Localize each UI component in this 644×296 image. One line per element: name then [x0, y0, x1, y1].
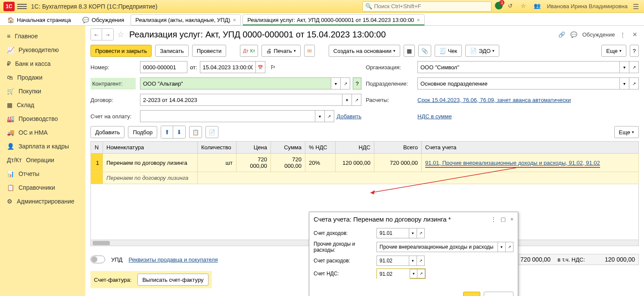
- col-nds-rate[interactable]: % НДС: [305, 142, 336, 154]
- dropdown-icon[interactable]: ▾: [331, 77, 341, 89]
- cell-nom[interactable]: Перенаем по договору лизинга: [103, 154, 198, 172]
- close-icon[interactable]: ×: [233, 17, 236, 23]
- open-icon[interactable]: ↗: [417, 228, 425, 238]
- cell-nom-sub[interactable]: Перенаем по договору лизинга: [103, 172, 198, 184]
- col-qty[interactable]: Количество: [198, 142, 236, 154]
- users-icon[interactable]: 👥: [534, 3, 541, 10]
- contragent-field[interactable]: [140, 77, 331, 89]
- post-button[interactable]: Провести: [192, 45, 227, 57]
- open-icon[interactable]: ↗: [629, 61, 639, 73]
- open-icon[interactable]: ↗: [417, 256, 425, 266]
- history-icon[interactable]: ↺: [508, 3, 516, 10]
- col-sum[interactable]: Сумма: [271, 142, 305, 154]
- sidebar-item[interactable]: 🏭Производство: [0, 112, 85, 126]
- more-icon[interactable]: ⋮: [491, 216, 496, 222]
- more-icon[interactable]: ⋮: [620, 31, 625, 38]
- dropdown-icon[interactable]: ▾: [409, 228, 417, 238]
- print-button[interactable]: 🖨Печать▾: [261, 45, 301, 57]
- settings-icon[interactable]: ☰: [633, 3, 641, 10]
- favorites-icon[interactable]: ☆: [521, 3, 529, 10]
- discussion-label[interactable]: Обсуждение: [582, 31, 615, 38]
- sidebar-item[interactable]: Дт/КтОперации: [0, 153, 85, 167]
- date-field[interactable]: [200, 61, 256, 73]
- col-n[interactable]: N: [91, 142, 103, 154]
- back-button[interactable]: ←: [91, 29, 102, 40]
- col-total[interactable]: Всего: [374, 142, 422, 154]
- open-icon[interactable]: ↗: [417, 269, 425, 278]
- dropdown-icon[interactable]: ▾: [410, 269, 417, 278]
- dropdown-icon[interactable]: ▾: [498, 242, 506, 252]
- link-icon[interactable]: 🔗: [558, 31, 565, 38]
- open-icon[interactable]: ↗: [325, 110, 334, 122]
- close-icon[interactable]: ×: [417, 17, 420, 23]
- dt-kt-button[interactable]: ДтКт: [240, 45, 258, 57]
- invoice-acc-field[interactable]: [140, 110, 315, 122]
- open-icon[interactable]: ↗: [629, 77, 639, 89]
- write-button[interactable]: Записать: [155, 45, 189, 57]
- cell-n[interactable]: 1: [91, 154, 103, 172]
- calendar-icon[interactable]: 📅: [256, 61, 265, 73]
- cell-total[interactable]: 720 000,00: [374, 154, 422, 172]
- chat-icon[interactable]: 💬: [570, 31, 577, 38]
- add-row-button[interactable]: Добавить: [90, 126, 124, 138]
- dropdown-icon[interactable]: ▾: [409, 256, 417, 266]
- dropdown-icon[interactable]: ▾: [342, 94, 352, 106]
- nds-link[interactable]: НДС в сумме: [417, 113, 452, 120]
- sidebar-item[interactable]: 🛒Покупки: [0, 84, 85, 98]
- cancel-button[interactable]: Отмена: [484, 292, 513, 296]
- col-price[interactable]: Цена: [236, 142, 271, 154]
- tab-discussions[interactable]: 💬Обсуждения: [78, 14, 129, 25]
- sidebar-item[interactable]: 🚚ОС и НМА: [0, 126, 85, 139]
- sidebar-item[interactable]: ▦Склад: [0, 98, 85, 112]
- global-search[interactable]: 🔍: [362, 1, 492, 12]
- col-nom[interactable]: Номенклатура: [103, 142, 198, 154]
- menu-icon[interactable]: [17, 4, 27, 9]
- user-name[interactable]: Иванова Ирина Владимировна: [547, 3, 628, 9]
- move-up-button[interactable]: ⬆: [161, 126, 173, 138]
- cell-accounts[interactable]: 91.01, Прочие внереализационные доходы и…: [422, 154, 639, 172]
- close-icon[interactable]: ×: [510, 216, 513, 222]
- dropdown-icon[interactable]: ▾: [620, 77, 629, 89]
- col-nds[interactable]: НДС: [336, 142, 374, 154]
- cell-nds-rate[interactable]: 20%: [305, 154, 336, 172]
- other-field[interactable]: [376, 242, 498, 252]
- dropdown-icon[interactable]: ▾: [620, 61, 629, 73]
- add-link[interactable]: Добавить: [337, 113, 361, 120]
- copy-button[interactable]: 📋: [189, 126, 202, 138]
- paste-button[interactable]: 📄: [205, 126, 218, 138]
- tab-home[interactable]: 🏠Начальная страница: [3, 14, 76, 25]
- calc-link[interactable]: Срок 15.04.2023, 76.06, 76.09, зачет ава…: [417, 97, 571, 103]
- nds-acc-field[interactable]: [377, 269, 410, 279]
- more-button[interactable]: Еще▾: [614, 126, 639, 138]
- sidebar-item[interactable]: 📋Справочники: [0, 181, 85, 194]
- org-field[interactable]: [417, 61, 620, 73]
- division-field[interactable]: [417, 77, 620, 89]
- search-input[interactable]: [374, 3, 488, 9]
- number-field[interactable]: [140, 61, 187, 73]
- sidebar-item[interactable]: 🛍Продажи: [0, 71, 85, 84]
- expense-field[interactable]: [376, 256, 409, 266]
- sidebar-item[interactable]: 👤Зарплата и кадры: [0, 139, 85, 153]
- sidebar-item[interactable]: ⚙Администрирование: [0, 194, 85, 208]
- upd-toggle[interactable]: [90, 256, 105, 263]
- struct-button[interactable]: ▦: [404, 45, 415, 57]
- forward-button[interactable]: →: [102, 29, 113, 40]
- sidebar-item[interactable]: 📈Руководителю: [0, 43, 85, 57]
- table-row[interactable]: 1 Перенаем по договору лизинга шт 720 00…: [91, 154, 639, 172]
- tab-realization-list[interactable]: Реализация (акты, накладные, УПД)×: [131, 14, 241, 25]
- help-button[interactable]: ?: [630, 45, 639, 57]
- open-icon[interactable]: ↗: [506, 242, 513, 252]
- help-icon[interactable]: ?: [353, 77, 361, 89]
- maximize-icon[interactable]: ▢: [501, 216, 506, 222]
- accounts-link[interactable]: 91.01, Прочие внереализационные доходы и…: [425, 160, 600, 168]
- cell-nds[interactable]: 120 000,00: [336, 154, 374, 172]
- open-icon[interactable]: ↗: [341, 77, 350, 89]
- col-accounts[interactable]: Счета учета: [422, 142, 639, 154]
- cell-sum[interactable]: 720 000,00: [271, 154, 305, 172]
- notification-bell-icon[interactable]: 1: [495, 2, 503, 11]
- write-invoice-button[interactable]: Выписать счет-фактуру: [137, 274, 208, 286]
- sidebar-item[interactable]: 📊Отчеты: [0, 167, 85, 181]
- attach-button[interactable]: 📎: [418, 45, 431, 57]
- sidebar-item[interactable]: ₽Банк и касса: [0, 57, 85, 71]
- edo-button[interactable]: 📄ЭДО▾: [465, 45, 499, 57]
